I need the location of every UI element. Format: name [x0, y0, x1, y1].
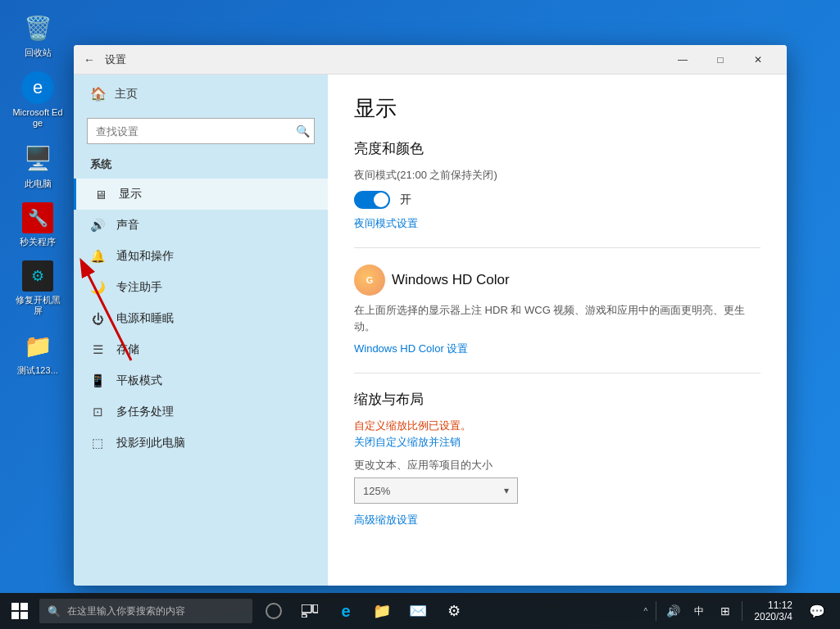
svg-rect-6 [302, 604, 311, 613]
sidebar-item-power[interactable]: ⏻ 电源和睡眠 [74, 303, 328, 334]
night-mode-label: 夜间模式(21:00 之前保持关闭) [354, 168, 761, 183]
sidebar-item-multitask[interactable]: ⊡ 多任务处理 [74, 396, 328, 428]
notifications-icon: 🔔 [90, 249, 105, 264]
taskbar-settings[interactable]: ⚙ [436, 593, 472, 629]
window-title: 设置 [105, 52, 664, 67]
taskbar-clock[interactable]: 11:12 2020/3/4 [747, 600, 799, 622]
taskbar-mail[interactable]: ✉️ [400, 593, 436, 629]
sidebar-section-title: 系统 [74, 154, 328, 179]
scale-section-title: 缩放与布局 [354, 390, 761, 409]
back-button[interactable]: ← [84, 53, 95, 66]
test-folder-icon[interactable]: 📁 测试123... [8, 326, 67, 379]
sidebar: 🏠 主页 🔍 系统 🖥 显示 🔊 声音 🔔 [74, 75, 328, 586]
taskbar-edge[interactable]: e [328, 593, 364, 629]
close-button[interactable]: ✕ [739, 45, 777, 75]
night-mode-row: 夜间模式(21:00 之前保持关闭) 开 夜间模式设置 [354, 168, 761, 231]
taskbar-explorer[interactable]: 📁 [364, 593, 400, 629]
taskbar-items: e 📁 ✉️ ⚙ [256, 593, 641, 629]
svg-rect-7 [313, 604, 318, 613]
tray-divider-1 [656, 601, 656, 621]
keyboard-icon[interactable]: ⊞ [714, 593, 737, 629]
night-mode-settings-link[interactable]: 夜间模式设置 [354, 217, 418, 229]
search-box: 🔍 [87, 118, 315, 144]
taskbar-task-view[interactable] [292, 593, 328, 629]
sound-icon: 🔊 [90, 218, 105, 233]
edge-icon[interactable]: e Microsoft Edge [8, 68, 67, 132]
power-icon: ⏻ [90, 312, 105, 326]
tablet-icon: 📱 [90, 373, 105, 388]
hd-color-desc: 在上面所选择的显示器上注 HDR 和 WCG 视频、游戏和应用中的画面更明亮、更… [354, 302, 761, 334]
night-mode-toggle[interactable] [354, 191, 390, 209]
window-body: 🏠 主页 🔍 系统 🖥 显示 🔊 声音 🔔 [74, 75, 787, 586]
hd-color-title: Windows HD Color [392, 272, 510, 288]
window-controls: — □ ✕ [664, 45, 777, 75]
toggle-row: 开 [354, 191, 761, 209]
taskbar-search-placeholder: 在这里输入你要搜索的内容 [67, 604, 185, 618]
advanced-scale-link[interactable]: 高级缩放设置 [354, 514, 418, 526]
search-icon[interactable]: 🔍 [296, 124, 310, 138]
scale-section: 缩放与布局 自定义缩放比例已设置。 关闭自定义缩放并注销 更改文本、应用等项目的… [354, 390, 761, 527]
quick-app-icon[interactable]: 🔧 秒关程序 [8, 199, 67, 251]
taskbar-search-icon: 🔍 [48, 605, 61, 618]
section-divider-2 [354, 373, 761, 373]
minimize-button[interactable]: — [664, 45, 702, 75]
page-title: 显示 [354, 94, 761, 123]
taskbar-right: ^ 🔊 中 ⊞ 11:12 2020/3/4 💬 [641, 593, 840, 629]
sidebar-item-sound[interactable]: 🔊 声音 [74, 210, 328, 241]
hd-color-section: G Windows HD Color 在上面所选择的显示器上注 HDR 和 WC… [354, 265, 761, 356]
svg-rect-8 [302, 614, 306, 618]
custom-scale-notice: 自定义缩放比例已设置。 关闭自定义缩放并注销 [354, 419, 761, 450]
sidebar-item-notifications[interactable]: 🔔 通知和操作 [74, 241, 328, 272]
multitask-icon: ⊡ [90, 405, 105, 419]
toggle-label: 开 [400, 192, 411, 207]
svg-rect-4 [11, 612, 19, 619]
svg-rect-3 [20, 603, 28, 610]
dropdown-arrow-icon: ▾ [504, 485, 509, 496]
maximize-button[interactable]: □ [702, 45, 739, 75]
sidebar-item-storage[interactable]: ☰ 存储 [74, 334, 328, 365]
start-button[interactable] [0, 593, 39, 629]
repair-icon[interactable]: ⚙ 修复开机黑屏 [8, 257, 67, 319]
sidebar-home[interactable]: 🏠 主页 [74, 75, 328, 113]
tray-caret[interactable]: ^ [641, 607, 652, 616]
display-icon: 🖥 [93, 188, 107, 201]
settings-window: ← 设置 — □ ✕ 🏠 主页 🔍 系统 [74, 45, 787, 586]
close-custom-scale-link[interactable]: 关闭自定义缩放并注销 [354, 435, 761, 450]
storage-icon: ☰ [90, 342, 105, 357]
desktop: 🗑️ 回收站 e Microsoft Edge 🖥️ 此电脑 🔧 秒关程序 ⚙ … [0, 0, 840, 629]
tray-divider-2 [742, 601, 742, 621]
scale-label: 更改文本、应用等项目的大小 [354, 458, 761, 473]
ime-indicator[interactable]: 中 [688, 593, 711, 629]
custom-scale-notice-link[interactable]: 自定义缩放比例已设置。 [354, 419, 761, 433]
desktop-icons: 🗑️ 回收站 e Microsoft Edge 🖥️ 此电脑 🔧 秒关程序 ⚙ … [8, 8, 67, 380]
taskbar-cortana[interactable] [256, 593, 292, 629]
project-icon: ⬚ [90, 436, 105, 450]
main-content: 显示 亮度和颜色 夜间模式(21:00 之前保持关闭) 开 夜间模式设置 [328, 75, 787, 586]
home-label: 主页 [115, 87, 138, 102]
notification-icon[interactable]: 💬 [802, 593, 832, 629]
recycle-bin-icon[interactable]: 🗑️ 回收站 [8, 8, 67, 61]
taskbar-search-box[interactable]: 🔍 在这里输入你要搜索的内容 [39, 599, 252, 623]
clock-time: 11:12 [768, 600, 792, 611]
svg-rect-5 [20, 612, 28, 619]
title-bar: ← 设置 — □ ✕ [74, 45, 787, 75]
sidebar-item-tablet[interactable]: 📱 平板模式 [74, 365, 328, 396]
svg-rect-2 [11, 603, 19, 610]
focus-icon: 🌙 [90, 280, 105, 295]
clock-date: 2020/3/4 [754, 611, 792, 622]
computer-icon[interactable]: 🖥️ 此电脑 [8, 139, 67, 192]
home-icon: 🏠 [90, 86, 107, 102]
section-divider-1 [354, 247, 761, 248]
hd-color-logo-row: G Windows HD Color [354, 265, 761, 296]
hd-color-settings-link[interactable]: Windows HD Color 设置 [354, 342, 468, 355]
brightness-section-title: 亮度和颜色 [354, 139, 761, 158]
hd-logo-icon: G [354, 265, 385, 296]
scale-dropdown[interactable]: 125% ▾ [354, 477, 518, 504]
search-input[interactable] [87, 118, 315, 144]
volume-icon[interactable]: 🔊 [661, 593, 684, 629]
taskbar: 🔍 在这里输入你要搜索的内容 e 📁 ✉️ [0, 593, 840, 629]
sidebar-item-project[interactable]: ⬚ 投影到此电脑 [74, 428, 328, 459]
sidebar-item-display[interactable]: 🖥 显示 [74, 179, 328, 210]
sidebar-item-focus[interactable]: 🌙 专注助手 [74, 272, 328, 303]
